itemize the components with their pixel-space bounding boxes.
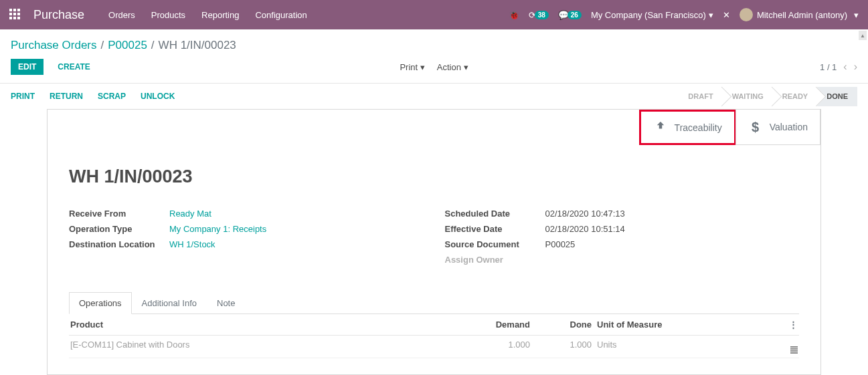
label-destination: Destination Location bbox=[69, 239, 169, 249]
nav-products[interactable]: Products bbox=[151, 10, 185, 20]
nav-configuration[interactable]: Configuration bbox=[255, 10, 307, 20]
detail-list-icon[interactable] bbox=[790, 346, 798, 354]
tab-note[interactable]: Note bbox=[207, 292, 245, 314]
nav-orders[interactable]: Orders bbox=[108, 10, 135, 20]
nav-reporting[interactable]: Reporting bbox=[201, 10, 239, 20]
action-return[interactable]: RETURN bbox=[50, 92, 83, 101]
label-source-doc: Source Document bbox=[445, 239, 545, 249]
user-menu[interactable]: Mitchell Admin (antony)▾ bbox=[740, 8, 859, 21]
chat-count: 26 bbox=[568, 11, 582, 19]
cell-product: [E-COM11] Cabinet with Doors bbox=[70, 340, 403, 354]
dollar-icon: $ bbox=[748, 120, 763, 135]
label-assign-owner: Assign Owner bbox=[445, 255, 545, 265]
bug-icon[interactable]: 🐞 bbox=[509, 10, 519, 20]
table-row[interactable]: [E-COM11] Cabinet with Doors 1.000 1.000… bbox=[69, 336, 799, 358]
pager-text: 1 / 1 bbox=[820, 62, 837, 72]
col-demand: Demand bbox=[403, 320, 543, 330]
nav-menu: Orders Products Reporting Configuration bbox=[108, 10, 307, 20]
wrench-icon[interactable]: ✕ bbox=[723, 10, 730, 20]
breadcrumb-root[interactable]: Purchase Orders bbox=[11, 39, 97, 52]
breadcrumb: Purchase Orders / P00025 / WH 1/IN/00023 bbox=[0, 29, 868, 59]
chat-badge[interactable]: 💬26 bbox=[558, 10, 582, 20]
operations-table: Product Demand Done Unit of Measure ⋮ [E… bbox=[69, 314, 799, 358]
app-brand[interactable]: Purchase bbox=[33, 8, 84, 22]
pager-prev[interactable]: ‹ bbox=[843, 61, 847, 73]
label-effective-date: Effective Date bbox=[445, 224, 545, 234]
kebab-icon[interactable]: ⋮ bbox=[789, 320, 798, 330]
label-operation-type: Operation Type bbox=[69, 224, 169, 234]
label-receive-from: Receive From bbox=[69, 209, 169, 219]
action-dropdown[interactable]: Action ▾ bbox=[437, 62, 468, 72]
chevron-down-icon: ▾ bbox=[709, 10, 713, 20]
edit-button[interactable]: EDIT bbox=[11, 59, 44, 75]
company-switcher[interactable]: My Company (San Francisco)▾ bbox=[591, 10, 713, 20]
action-unlock[interactable]: UNLOCK bbox=[141, 92, 175, 101]
avatar bbox=[740, 8, 753, 21]
tabs: Operations Additional Info Note bbox=[69, 291, 799, 314]
apps-icon[interactable] bbox=[9, 9, 21, 21]
value-effective-date: 02/18/2020 10:51:14 bbox=[545, 224, 625, 234]
col-product: Product bbox=[70, 320, 403, 330]
label-scheduled-date: Scheduled Date bbox=[445, 209, 545, 219]
traceability-button[interactable]: Traceability bbox=[639, 110, 736, 145]
value-source-doc: P00025 bbox=[545, 239, 576, 249]
tab-operations[interactable]: Operations bbox=[69, 292, 132, 314]
stat-buttons: Traceability $ Valuation bbox=[48, 110, 820, 145]
chevron-down-icon: ▾ bbox=[420, 62, 425, 72]
value-operation-type[interactable]: My Company 1: Receipts bbox=[169, 224, 266, 234]
clock-count: 38 bbox=[535, 11, 549, 19]
col-done: Done bbox=[543, 320, 597, 330]
cell-demand: 1.000 bbox=[403, 340, 543, 354]
value-receive-from[interactable]: Ready Mat bbox=[169, 209, 211, 219]
value-scheduled-date: 02/18/2020 10:47:13 bbox=[545, 209, 625, 219]
chevron-down-icon: ▾ bbox=[464, 62, 468, 72]
statusbar: PRINT RETURN SCRAP UNLOCK DRAFT WAITING … bbox=[0, 84, 868, 109]
arrow-up-icon bbox=[653, 120, 668, 135]
tab-additional-info[interactable]: Additional Info bbox=[132, 292, 207, 314]
control-panel: EDIT CREATE Print ▾ Action ▾ 1 / 1 ‹ › bbox=[0, 59, 868, 83]
table-header: Product Demand Done Unit of Measure ⋮ bbox=[69, 314, 799, 336]
pager-next[interactable]: › bbox=[854, 61, 857, 73]
action-scrap[interactable]: SCRAP bbox=[98, 92, 126, 101]
right-column: Scheduled Date02/18/2020 10:47:13 Effect… bbox=[445, 206, 800, 267]
value-destination[interactable]: WH 1/Stock bbox=[169, 239, 215, 249]
action-print[interactable]: PRINT bbox=[11, 92, 35, 101]
valuation-button[interactable]: $ Valuation bbox=[735, 110, 820, 145]
pager: 1 / 1 ‹ › bbox=[820, 61, 857, 73]
clock-badge[interactable]: ⟳38 bbox=[529, 10, 549, 20]
form-sheet: Traceability $ Valuation WH 1/IN/00023 R… bbox=[47, 109, 821, 375]
print-dropdown[interactable]: Print ▾ bbox=[400, 62, 424, 72]
breadcrumb-current: WH 1/IN/00023 bbox=[159, 39, 236, 52]
breadcrumb-parent[interactable]: P00025 bbox=[108, 39, 147, 52]
cell-done: 1.000 bbox=[543, 340, 597, 354]
record-title: WH 1/IN/00023 bbox=[69, 166, 799, 187]
scroll-up-indicator[interactable]: ▲ bbox=[859, 31, 867, 40]
col-uom: Unit of Measure bbox=[597, 320, 771, 330]
create-button[interactable]: CREATE bbox=[50, 59, 97, 75]
stage-draft: DRAFT bbox=[679, 87, 722, 106]
stage-indicator: DRAFT WAITING READY DONE bbox=[679, 87, 857, 106]
topbar-right: 🐞 ⟳38 💬26 My Company (San Francisco)▾ ✕ … bbox=[509, 8, 859, 21]
cell-uom: Units bbox=[597, 340, 771, 354]
chevron-down-icon: ▾ bbox=[854, 10, 859, 20]
topbar: Purchase Orders Products Reporting Confi… bbox=[0, 0, 868, 29]
left-column: Receive FromReady Mat Operation TypeMy C… bbox=[69, 206, 424, 267]
